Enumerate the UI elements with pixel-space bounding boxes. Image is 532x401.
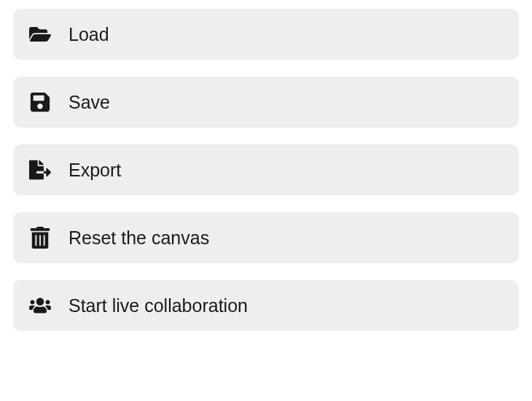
folder-open-icon bbox=[29, 23, 51, 45]
menu-item-label: Load bbox=[69, 24, 109, 45]
menu-item-load[interactable]: Load bbox=[13, 9, 519, 60]
menu-item-save[interactable]: Save bbox=[13, 77, 519, 128]
export-icon bbox=[29, 159, 51, 181]
users-icon bbox=[29, 295, 51, 316]
menu-list: Load Save Export Reset the canvas Start … bbox=[13, 9, 519, 331]
menu-item-collaboration[interactable]: Start live collaboration bbox=[13, 280, 519, 331]
menu-item-reset-canvas[interactable]: Reset the canvas bbox=[13, 212, 519, 263]
trash-icon bbox=[29, 227, 51, 249]
menu-item-label: Save bbox=[69, 92, 110, 113]
menu-item-label: Start live collaboration bbox=[69, 295, 248, 316]
menu-item-label: Reset the canvas bbox=[69, 227, 209, 249]
save-icon bbox=[29, 91, 51, 113]
menu-item-label: Export bbox=[69, 160, 121, 181]
menu-item-export[interactable]: Export bbox=[13, 144, 519, 195]
